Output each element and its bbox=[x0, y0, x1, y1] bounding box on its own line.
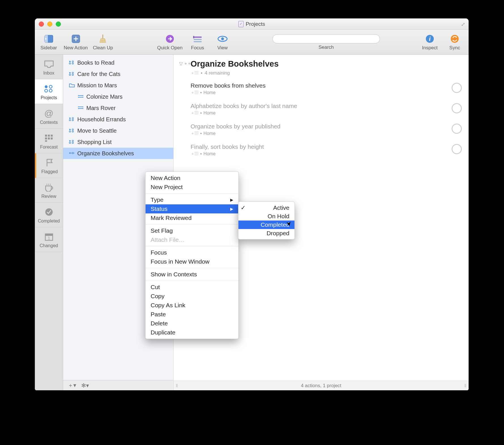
fullscreen-icon[interactable]: ⤢ bbox=[461, 21, 465, 27]
menu-item[interactable]: Delete bbox=[146, 319, 238, 328]
menu-item[interactable]: Focus bbox=[146, 248, 238, 257]
svg-point-25 bbox=[45, 208, 53, 216]
menu-item[interactable]: New Project bbox=[146, 183, 238, 192]
new-action-button[interactable]: New Action bbox=[64, 34, 88, 51]
minimize-window-button[interactable] bbox=[47, 22, 52, 27]
svg-point-43 bbox=[78, 108, 79, 109]
menu-item[interactable]: Duplicate bbox=[146, 328, 238, 337]
rail-contexts[interactable]: @ Contexts bbox=[35, 104, 63, 129]
project-icon bbox=[69, 72, 74, 76]
project-icon bbox=[78, 106, 84, 110]
rail-projects[interactable]: Projects bbox=[35, 79, 63, 104]
svg-point-13 bbox=[451, 35, 459, 43]
rail-flagged[interactable]: Flagged bbox=[35, 153, 63, 178]
menu-item[interactable]: Type▶ bbox=[146, 195, 238, 204]
sidebar-item[interactable]: Organize Bookshelves bbox=[63, 148, 173, 159]
eye-icon bbox=[217, 34, 228, 44]
search-input[interactable] bbox=[272, 34, 380, 43]
sidebar-footer: ＋▾ ✻▾ bbox=[63, 380, 173, 390]
menu-item[interactable]: Copy As Link bbox=[146, 301, 238, 310]
task-complete-checkbox[interactable] bbox=[452, 144, 462, 154]
svg-point-34 bbox=[72, 72, 74, 74]
sidebar-item[interactable]: Household Errands bbox=[63, 114, 173, 125]
svg-point-56 bbox=[72, 142, 74, 144]
zoom-window-button[interactable] bbox=[56, 22, 61, 27]
task-row[interactable]: Alphabetize books by author's last name＋… bbox=[174, 99, 469, 120]
add-note-icon[interactable]: ＋▤ bbox=[191, 71, 198, 76]
menu-item[interactable]: New Action bbox=[146, 173, 238, 183]
submenu-item[interactable]: ✓Active bbox=[238, 204, 294, 212]
sidebar-item[interactable]: Care for the Cats bbox=[63, 68, 173, 80]
view-button[interactable]: View bbox=[213, 34, 232, 51]
grid-icon bbox=[43, 133, 55, 143]
sidebar-item-label: Shopping List bbox=[77, 139, 112, 145]
svg-rect-23 bbox=[51, 137, 53, 139]
sidebar-item[interactable]: Mars Rover bbox=[63, 102, 173, 114]
menu-item[interactable]: Mark Reviewed bbox=[146, 213, 238, 222]
rail-review[interactable]: Review bbox=[35, 178, 63, 203]
perspective-rail: Inbox Projects @ Contexts Forecast bbox=[35, 55, 63, 390]
rail-changed[interactable]: 1 Changed bbox=[35, 227, 63, 252]
svg-text:1: 1 bbox=[48, 236, 50, 240]
task-row[interactable]: Organize books by year published＋▤•Home bbox=[174, 120, 469, 140]
context-menu[interactable]: New ActionNew ProjectType▶Status▶Mark Re… bbox=[145, 171, 239, 339]
add-menu-button[interactable]: ＋▾ bbox=[68, 382, 76, 389]
svg-rect-6 bbox=[194, 41, 202, 42]
submenu-item[interactable]: Dropped bbox=[238, 229, 294, 238]
status-submenu[interactable]: ✓ActiveOn HoldCompletedDropped bbox=[238, 202, 295, 240]
quick-open-icon bbox=[165, 34, 175, 44]
task-context: ＋▤•Home bbox=[191, 151, 446, 156]
sidebar-item[interactable]: Shopping List bbox=[63, 136, 173, 148]
svg-point-50 bbox=[72, 129, 74, 130]
rail-forecast[interactable]: Forecast bbox=[35, 129, 63, 153]
menu-item[interactable]: Set Flag bbox=[146, 226, 238, 235]
svg-point-54 bbox=[72, 140, 74, 142]
project-icon bbox=[69, 128, 74, 133]
sidebar-item-label: Organize Bookshelves bbox=[77, 150, 134, 157]
sidebar-item[interactable]: Colonize Mars bbox=[63, 91, 173, 102]
sidebar-item[interactable]: Books to Read bbox=[63, 57, 173, 68]
menu-item[interactable]: Copy bbox=[146, 292, 238, 301]
svg-point-36 bbox=[72, 74, 74, 76]
task-complete-checkbox[interactable] bbox=[452, 83, 462, 93]
svg-point-32 bbox=[72, 63, 74, 64]
menu-item[interactable]: Paste bbox=[146, 310, 238, 319]
menu-item[interactable]: Show in Contexts bbox=[146, 270, 238, 279]
menu-item[interactable]: Focus in New Window bbox=[146, 257, 238, 266]
sidebar-icon bbox=[44, 34, 54, 44]
sidebar-item-label: Books to Read bbox=[77, 60, 114, 66]
sidebar-item[interactable]: Mission to Mars bbox=[63, 80, 173, 91]
outline-handle[interactable]: ▽ ⚬⚬ bbox=[179, 61, 191, 66]
project-icon bbox=[69, 140, 74, 144]
task-complete-checkbox[interactable] bbox=[452, 124, 462, 134]
task-complete-checkbox[interactable] bbox=[452, 103, 462, 113]
sync-button[interactable]: Sync bbox=[445, 34, 465, 51]
svg-point-57 bbox=[69, 152, 71, 154]
rail-completed[interactable]: Completed bbox=[35, 203, 63, 227]
task-row[interactable]: Remove books from shelves＋▤•Home bbox=[174, 79, 469, 99]
quick-open-button[interactable]: Quick Open bbox=[157, 34, 183, 51]
close-window-button[interactable] bbox=[39, 22, 44, 27]
inbox-icon bbox=[43, 59, 55, 69]
sidebar-item[interactable]: Move to Seattle bbox=[63, 125, 173, 136]
task-title: Alphabetize books by author's last name bbox=[191, 103, 446, 109]
focus-button[interactable]: Focus bbox=[188, 34, 208, 51]
task-row[interactable]: Finally, sort books by height＋▤•Home bbox=[174, 140, 469, 160]
svg-rect-19 bbox=[48, 135, 50, 137]
submenu-item[interactable]: On Hold bbox=[238, 212, 294, 221]
gear-menu-button[interactable]: ✻▾ bbox=[81, 382, 89, 389]
clean-up-button[interactable]: Clean Up bbox=[93, 34, 113, 51]
menu-item[interactable]: Status▶ bbox=[146, 204, 238, 213]
rail-inbox[interactable]: Inbox bbox=[35, 55, 63, 79]
svg-point-17 bbox=[49, 89, 52, 92]
status-grip-right[interactable]: ⦀ bbox=[464, 383, 466, 389]
sync-icon bbox=[450, 34, 460, 44]
sidebar-toggle-button[interactable]: Sidebar bbox=[39, 34, 59, 51]
inspect-button[interactable]: i Inspect bbox=[420, 34, 440, 51]
status-grip-left[interactable]: ⦀ bbox=[176, 383, 178, 389]
project-title[interactable]: Organize Bookshelves bbox=[191, 59, 462, 69]
status-text: 4 actions, 1 project bbox=[301, 383, 341, 389]
menu-item[interactable]: Cut bbox=[146, 283, 238, 292]
check-icon: ✓ bbox=[241, 204, 246, 211]
project-icon bbox=[78, 94, 84, 99]
